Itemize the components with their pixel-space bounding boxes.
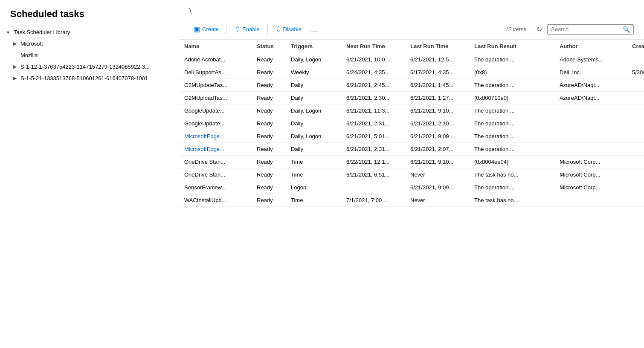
cell-author xyxy=(554,194,627,207)
cell-author xyxy=(554,130,627,143)
chevron-icon: ▶ xyxy=(12,41,18,46)
search-box: 🔍 xyxy=(547,24,634,35)
cell-nextrun: 6/22/2021, 12:1... xyxy=(341,156,405,168)
table-row[interactable]: G2MUploadTas... Ready Daily 6/21/2021, 2… xyxy=(179,92,644,104)
enable-button[interactable]: ⇧ Enable xyxy=(230,23,264,35)
current-path: \ xyxy=(189,7,191,15)
chevron-icon: ▶ xyxy=(12,75,18,81)
table-row[interactable]: SensorFramew... Ready Logon 6/21/2021, 9… xyxy=(179,181,644,194)
cell-lastrun: Never xyxy=(405,168,469,181)
cell-triggers: Time xyxy=(286,156,341,168)
col-header-status[interactable]: Status xyxy=(252,40,286,53)
cell-status: Ready xyxy=(252,92,286,104)
cell-author: Microsoft Corp... xyxy=(554,181,627,194)
cell-triggers: Daily xyxy=(286,117,341,130)
cell-author xyxy=(554,104,627,117)
cell-triggers: Daily xyxy=(286,92,341,104)
cell-name: GoogleUpdate... xyxy=(179,117,252,130)
cell-lastrun: 6/21/2021, 2:10... xyxy=(405,117,469,130)
separator-2 xyxy=(267,25,268,34)
cell-nextrun: 6/21/2021, 2:31... xyxy=(341,143,405,156)
cell-nextrun: 6/24/2021, 4:35... xyxy=(341,66,405,79)
col-header-lastrun[interactable]: Last Run Time xyxy=(405,40,469,53)
cell-created xyxy=(627,104,644,117)
cell-created xyxy=(627,130,644,143)
sidebar-item-label: Task Scheduler Library xyxy=(14,29,70,35)
cell-status: Ready xyxy=(252,181,286,194)
cell-created xyxy=(627,168,644,181)
create-button[interactable]: ▣ Create xyxy=(189,23,223,35)
cell-lastresult: The operation ... xyxy=(469,53,554,66)
cell-lastresult: The operation ... xyxy=(469,79,554,92)
toolbar: ▣ Create ⇧ Enable ⇩ Disable ... 12 items… xyxy=(179,19,644,40)
sidebar-item-s-1-12[interactable]: ▶S-1-12-1-3763754223-1147157279-13240859… xyxy=(0,61,179,72)
col-header-nextrun[interactable]: Next Run Time xyxy=(341,40,405,53)
cell-lastresult: (0x8) xyxy=(469,66,554,79)
cell-status: Ready xyxy=(252,143,286,156)
sidebar-item-label: S-1-5-21-1333513768-510601261-616407078-… xyxy=(20,75,148,81)
cell-status: Ready xyxy=(252,117,286,130)
table-row[interactable]: G2MUpdateTas... Ready Daily 6/21/2021, 2… xyxy=(179,79,644,92)
cell-nextrun: 6/21/2021, 11:3... xyxy=(341,104,405,117)
table-row[interactable]: GoogleUpdate... Ready Daily, Logon 6/21/… xyxy=(179,104,644,117)
cell-created xyxy=(627,53,644,66)
tasks-table: Name Status Triggers Next Run Time Last … xyxy=(179,40,644,207)
cell-lastresult: The task has no... xyxy=(469,194,554,207)
more-button[interactable]: ... xyxy=(307,23,321,36)
cell-lastresult: (0x8004ee04) xyxy=(469,156,554,168)
table-row[interactable]: MicrosoftEdge... Ready Daily, Logon 6/21… xyxy=(179,130,644,143)
cell-name: GoogleUpdate... xyxy=(179,104,252,117)
table-row[interactable]: Dell SupportAs... Ready Weekly 6/24/2021… xyxy=(179,66,644,79)
disable-button[interactable]: ⇩ Disable xyxy=(271,23,306,35)
cell-author: Microsoft Corp... xyxy=(554,168,627,181)
cell-lastresult: The operation ... xyxy=(469,117,554,130)
sidebar-item-mozilla[interactable]: Mozilla xyxy=(0,49,179,61)
cell-author: Adobe Systems... xyxy=(554,53,627,66)
cell-created xyxy=(627,156,644,168)
cell-triggers: Daily xyxy=(286,79,341,92)
cell-lastresult: The operation ... xyxy=(469,104,554,117)
cell-author: Dell, Inc. xyxy=(554,66,627,79)
search-input[interactable] xyxy=(551,26,623,32)
items-count: 12 items xyxy=(505,26,526,32)
col-header-created[interactable]: Created xyxy=(627,40,644,53)
table-row[interactable]: WACInstallUpd... Ready Time 7/1/2021, 7:… xyxy=(179,194,644,207)
table-row[interactable]: MicrosoftEdge... Ready Daily 6/21/2021, … xyxy=(179,143,644,156)
cell-triggers: Logon xyxy=(286,181,341,194)
cell-nextrun: 6/21/2021, 5:01... xyxy=(341,130,405,143)
cell-name: WACInstallUpd... xyxy=(179,194,252,207)
tasks-table-container: Name Status Triggers Next Run Time Last … xyxy=(179,40,644,348)
cell-triggers: Daily, Logon xyxy=(286,104,341,117)
cell-nextrun: 7/1/2021, 7:00 ... xyxy=(341,194,405,207)
table-row[interactable]: Adobe Acrobat... Ready Daily, Logon 6/21… xyxy=(179,53,644,66)
table-row[interactable]: OneDrive Stan... Ready Time 6/22/2021, 1… xyxy=(179,156,644,168)
cell-lastrun: 6/17/2021, 4:35... xyxy=(405,66,469,79)
col-header-lastresult[interactable]: Last Run Result xyxy=(469,40,554,53)
sidebar-item-task-scheduler-library[interactable]: ▼Task Scheduler Library xyxy=(0,26,179,38)
sidebar-item-s-1-5-21[interactable]: ▶S-1-5-21-1333513768-510601261-616407078… xyxy=(0,72,179,84)
col-header-name[interactable]: Name xyxy=(179,40,252,53)
table-row[interactable]: GoogleUpdate... Ready Daily 6/21/2021, 2… xyxy=(179,117,644,130)
cell-lastrun: 6/21/2021, 9:10... xyxy=(405,156,469,168)
cell-created xyxy=(627,194,644,207)
disable-label: Disable xyxy=(283,26,302,32)
col-header-author[interactable]: Author xyxy=(554,40,627,53)
cell-name: G2MUpdateTas... xyxy=(179,79,252,92)
refresh-button[interactable]: ↻ xyxy=(533,23,545,35)
search-icon: 🔍 xyxy=(623,26,630,33)
cell-created xyxy=(627,79,644,92)
cell-status: Ready xyxy=(252,168,286,181)
sidebar-item-label: Mozilla xyxy=(20,52,38,58)
enable-label: Enable xyxy=(242,26,259,32)
table-row[interactable]: OneDrive Stan... Ready Time 6/21/2021, 6… xyxy=(179,168,644,181)
disable-icon: ⇩ xyxy=(276,25,281,33)
cell-lastresult: The task has no... xyxy=(469,168,554,181)
cell-status: Ready xyxy=(252,194,286,207)
main-header: \ xyxy=(179,0,644,19)
cell-created xyxy=(627,92,644,104)
cell-name: MicrosoftEdge... xyxy=(179,143,252,156)
cell-status: Ready xyxy=(252,66,286,79)
cell-author: AzureAD\Naqi... xyxy=(554,79,627,92)
col-header-triggers[interactable]: Triggers xyxy=(286,40,341,53)
sidebar-item-microsoft[interactable]: ▶Microsoft xyxy=(0,38,179,49)
